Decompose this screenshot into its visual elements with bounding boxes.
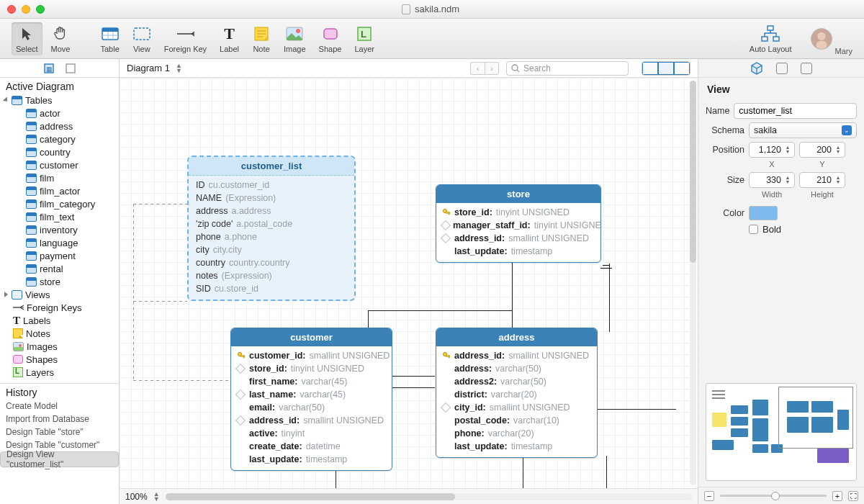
column-row[interactable]: manager_staff_id: tinyint UNSIGNED (436, 219, 600, 232)
column-row[interactable]: address_id: smallint UNSIGNED (436, 232, 600, 245)
stepper-icon[interactable]: ▲▼ (834, 145, 842, 154)
entity-customer[interactable]: customer customer_id: smallint UNSIGNEDs… (230, 328, 392, 471)
tree-table-address[interactable]: address (1, 120, 119, 132)
column-row[interactable]: postal_code: varchar(10) (436, 414, 597, 427)
tool-select[interactable]: Select (12, 22, 42, 55)
column-row[interactable]: create_date: datetime (231, 440, 392, 453)
column-row[interactable]: address2: varchar(50) (436, 375, 597, 388)
tree-table-category[interactable]: category (1, 132, 119, 145)
tree-table-film[interactable]: film (1, 171, 119, 184)
column-row[interactable]: phone: varchar(20) (436, 427, 597, 440)
history-item[interactable]: Create Model (0, 400, 119, 413)
column-row[interactable]: last_update: timestamp (436, 245, 600, 258)
minimize-icon[interactable] (22, 5, 30, 14)
column-row[interactable]: store_id: tinyint UNSIGNED (436, 206, 600, 219)
inspector-tab-object-icon[interactable] (750, 62, 763, 75)
layout-mode-1[interactable] (642, 62, 658, 75)
column-row[interactable]: email: varchar(50) (231, 401, 392, 414)
position-y-field[interactable]: 200▲▼ (799, 142, 845, 158)
column-row[interactable]: SIDcu.store_id (189, 282, 354, 295)
inspector-tab-3-icon[interactable] (801, 63, 812, 74)
layout-mode-2[interactable] (658, 62, 674, 75)
tool-move[interactable]: Move (47, 22, 75, 55)
tree-labels[interactable]: TLabels (1, 314, 119, 327)
color-swatch[interactable] (749, 206, 778, 220)
inspector-tab-2-icon[interactable] (776, 63, 788, 74)
column-row[interactable]: active: tinyint (231, 427, 392, 440)
history-item[interactable]: Import from Database (0, 413, 119, 426)
tree-table-store[interactable]: store (1, 275, 119, 288)
zoom-in-button[interactable]: + (832, 491, 842, 501)
schema-select[interactable]: sakila⌄ (749, 122, 857, 138)
bold-checkbox[interactable] (749, 225, 758, 234)
tool-table[interactable]: Table (96, 22, 123, 55)
column-row[interactable]: NAME(Expression) (189, 192, 354, 204)
tree-foreign-keys[interactable]: Foreign Keys (1, 301, 119, 314)
column-row[interactable]: city_id: smallint UNSIGNED (436, 401, 597, 414)
tool-view[interactable]: View (128, 22, 156, 55)
search-input[interactable]: Search (506, 61, 629, 76)
column-row[interactable]: notes(Expression) (189, 269, 354, 282)
column-row[interactable]: last_update: timestamp (436, 440, 597, 453)
tree-table-customer[interactable]: customer (1, 158, 119, 171)
zoom-slider[interactable] (720, 495, 827, 497)
entity-store[interactable]: store store_id: tinyint UNSIGNEDmanager_… (436, 184, 601, 263)
stepper-icon[interactable]: ▲▼ (783, 145, 792, 154)
stepper-icon[interactable]: ▲▼ (783, 176, 792, 184)
avatar[interactable] (811, 28, 832, 50)
canvas[interactable]: customer_list IDcu.customer_idNAME(Expre… (120, 78, 698, 488)
tree-layers[interactable]: Layers (1, 366, 119, 379)
stepper-icon[interactable]: ▲▼ (834, 176, 842, 184)
tree-table-payment[interactable]: payment (1, 249, 119, 262)
history-item[interactable]: Design Table "store" (0, 426, 119, 438)
zoom-stepper[interactable]: ▲▼ (153, 492, 160, 502)
tree-tables[interactable]: Tables (1, 94, 119, 107)
column-row[interactable]: first_name: varchar(45) (231, 375, 392, 388)
tool-note[interactable]: Note (248, 22, 275, 55)
name-field[interactable] (734, 103, 857, 119)
tool-layer[interactable]: L Layer (350, 22, 379, 55)
column-row[interactable]: citycity.city (189, 243, 354, 256)
column-row[interactable]: address_id: smallint UNSIGNED (436, 349, 597, 362)
column-row[interactable]: address: varchar(50) (436, 362, 597, 375)
column-row[interactable]: 'zip code'a.postal_code (189, 217, 354, 230)
column-row[interactable]: address_id: smallint UNSIGNED (231, 414, 392, 427)
tree-views[interactable]: Views (1, 288, 119, 301)
column-row[interactable]: addressa.address (189, 204, 354, 217)
column-row[interactable]: phonea.phone (189, 230, 354, 243)
tree-notes[interactable]: Notes (1, 327, 119, 340)
tree-table-film_text[interactable]: film_text (1, 210, 119, 223)
zoom-icon[interactable] (36, 5, 45, 14)
tree-table-actor[interactable]: actor (1, 107, 119, 120)
position-x-field[interactable]: 1,120▲▼ (749, 142, 795, 158)
zoom-level[interactable]: 100% (125, 492, 148, 502)
zoom-out-button[interactable]: − (704, 491, 714, 501)
nav-forward-button[interactable]: › (485, 62, 499, 75)
tree-table-rental[interactable]: rental (1, 262, 119, 275)
column-row[interactable]: last_update: timestamp (231, 453, 392, 466)
entity-customer-list[interactable]: customer_list IDcu.customer_idNAME(Expre… (187, 156, 356, 301)
column-row[interactable]: countrycountry.country (189, 256, 354, 269)
column-row[interactable]: store_id: tinyint UNSIGNED (231, 362, 392, 375)
tool-image[interactable]: Image (279, 22, 310, 55)
vertical-scrollbar[interactable] (690, 81, 696, 485)
tool-auto-layout[interactable]: Auto Layout (745, 22, 796, 55)
size-width-field[interactable]: 330▲▼ (749, 172, 795, 188)
history-item[interactable]: Design View "customer_list" (0, 451, 119, 467)
tool-label[interactable]: T Label (215, 22, 243, 55)
tool-foreign-key[interactable]: Foreign Key (160, 22, 211, 55)
column-row[interactable]: IDcu.customer_id (189, 179, 354, 192)
column-row[interactable]: last_name: varchar(45) (231, 388, 392, 401)
entity-address[interactable]: address address_id: smallint UNSIGNEDadd… (436, 328, 598, 458)
model-tab-icon[interactable]: ▦ (43, 63, 55, 74)
tree-table-inventory[interactable]: inventory (1, 223, 119, 236)
tree-table-film_category[interactable]: film_category (1, 197, 119, 210)
diagram-selector[interactable]: Diagram 1 ▲▼ (127, 63, 182, 73)
zoom-fit-button[interactable]: ⛶ (848, 491, 858, 501)
tree-table-country[interactable]: country (1, 145, 119, 158)
minimap[interactable] (706, 383, 857, 481)
horizontal-scrollbar[interactable] (166, 493, 692, 500)
nav-back-button[interactable]: ‹ (470, 62, 485, 75)
tree-table-language[interactable]: language (1, 236, 119, 249)
column-row[interactable]: district: varchar(20) (436, 388, 597, 401)
